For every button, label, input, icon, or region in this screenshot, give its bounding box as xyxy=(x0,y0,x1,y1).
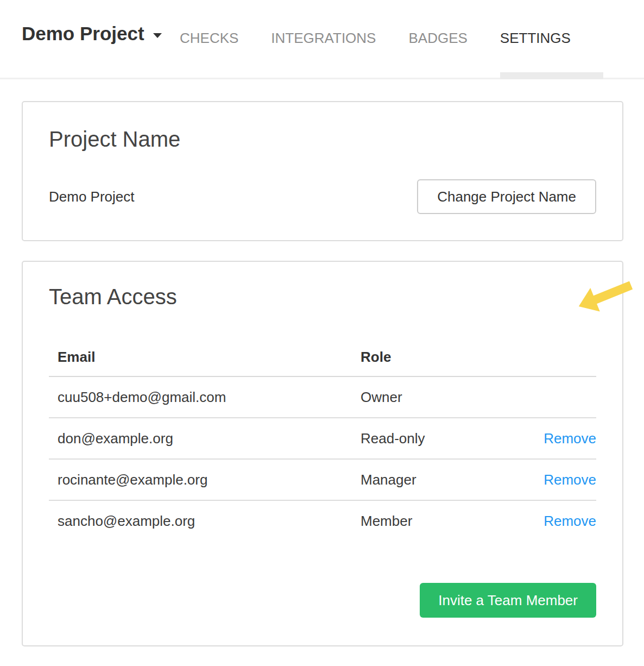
member-action-cell: Remove xyxy=(519,418,596,459)
email-column-header: Email xyxy=(49,338,352,376)
remove-link[interactable]: Remove xyxy=(544,513,596,529)
invite-row: Invite a Team Member xyxy=(23,583,596,618)
member-role: Manager xyxy=(352,459,519,500)
member-email: sancho@example.org xyxy=(49,500,352,541)
tab-integrations[interactable]: INTEGRATIONS xyxy=(255,30,392,47)
team-table-body: cuu508+demo@gmail.com Owner don@example.… xyxy=(49,376,596,541)
member-email: cuu508+demo@gmail.com xyxy=(49,376,352,418)
member-email: don@example.org xyxy=(49,418,352,459)
tab-checks[interactable]: CHECKS xyxy=(163,30,255,47)
remove-link[interactable]: Remove xyxy=(544,472,596,488)
project-name-row: Demo Project Change Project Name xyxy=(49,179,596,214)
project-switcher-dropdown[interactable]: Demo Project xyxy=(22,23,162,45)
member-email: rocinante@example.org xyxy=(49,459,352,500)
tab-badges[interactable]: BADGES xyxy=(392,30,483,47)
change-project-name-button[interactable]: Change Project Name xyxy=(417,179,596,214)
actions-column-header xyxy=(519,338,596,376)
team-members-table: Email Role cuu508+demo@gmail.com Owner d… xyxy=(49,338,596,541)
member-role: Member xyxy=(352,500,519,541)
chevron-down-icon xyxy=(153,33,162,38)
member-action-cell: Remove xyxy=(519,500,596,541)
table-row: sancho@example.org Member Remove xyxy=(49,500,596,541)
project-name-card: Project Name Demo Project Change Project… xyxy=(22,101,623,241)
current-project-name: Demo Project xyxy=(49,189,135,205)
role-column-header: Role xyxy=(352,338,519,376)
member-role: Owner xyxy=(352,376,519,418)
active-tab-indicator xyxy=(500,72,603,79)
member-action-cell: Remove xyxy=(519,459,596,500)
member-action-cell xyxy=(519,376,596,418)
table-row: rocinante@example.org Manager Remove xyxy=(49,459,596,500)
project-name-card-title: Project Name xyxy=(49,126,622,152)
invite-team-member-button[interactable]: Invite a Team Member xyxy=(420,583,596,618)
settings-page: Demo Project CHECKS INTEGRATIONS BADGES … xyxy=(0,0,644,666)
project-title-label: Demo Project xyxy=(22,23,144,45)
tab-settings[interactable]: SETTINGS xyxy=(484,30,587,47)
team-access-card-title: Team Access xyxy=(49,284,622,310)
member-role: Read-only xyxy=(352,418,519,459)
team-access-card: Team Access Email Role cuu508+demo@gmail… xyxy=(22,261,623,646)
top-navbar: Demo Project CHECKS INTEGRATIONS BADGES … xyxy=(0,0,644,79)
table-header-row: Email Role xyxy=(49,338,596,376)
remove-link[interactable]: Remove xyxy=(544,430,596,447)
main-nav: CHECKS INTEGRATIONS BADGES SETTINGS xyxy=(163,0,587,76)
table-row: don@example.org Read-only Remove xyxy=(49,418,596,459)
table-row: cuu508+demo@gmail.com Owner xyxy=(49,376,596,418)
